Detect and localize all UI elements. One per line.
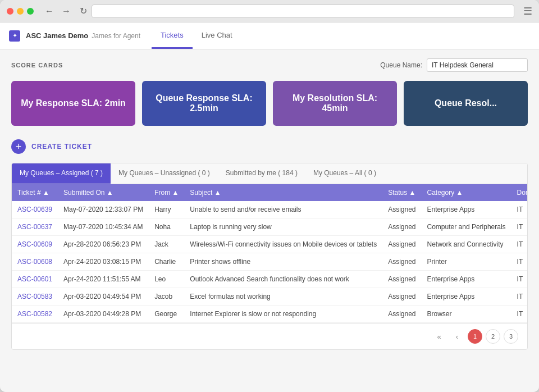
cell-category-2: Network and Connectivity (422, 236, 511, 253)
table-row: ASC-00601 Apr-24-2020 11:51:55 AM Leo Ou… (12, 271, 528, 288)
cell-submitted-1: May-07-2020 10:45:34 AM (58, 218, 149, 236)
cell-subject-2: Wireless/Wi-Fi connectivity issues on Mo… (184, 236, 382, 253)
title-bar: ← → ↻ ☰ (0, 0, 539, 22)
cell-from-2: Jack (149, 236, 184, 253)
score-card-1: Queue Response SLA: 2.5min (142, 81, 266, 126)
cell-from-1: Noha (149, 218, 184, 236)
forward-button[interactable]: → (60, 5, 73, 17)
table-body: ASC-00639 May-07-2020 12:33:07 PM Harry … (12, 201, 528, 323)
pagination: « ‹ 1 2 3 (12, 323, 527, 349)
cell-ticket-5[interactable]: ASC-00583 (12, 288, 58, 306)
cell-subject-1: Laptop is running very slow (184, 218, 382, 236)
cell-category-0: Enterprise Apps (422, 201, 511, 218)
table-tab-all[interactable]: My Queues – All ( 0 ) (305, 163, 384, 184)
cell-submitted-4: Apr-24-2020 11:51:55 AM (58, 271, 149, 288)
cell-ticket-4[interactable]: ASC-00601 (12, 271, 58, 288)
cell-category-5: Enterprise Apps (422, 288, 511, 306)
cell-ticket-6[interactable]: ASC-00582 (12, 306, 58, 323)
pagination-prev[interactable]: ‹ (450, 329, 464, 344)
traffic-lights (7, 8, 34, 15)
main-content: SCORE CARDS Queue Name: My Response SLA:… (0, 49, 539, 392)
cell-ticket-0[interactable]: ASC-00639 (12, 201, 58, 218)
table-header-row: Ticket # ▲ Submitted On ▲ From ▲ Subject… (12, 184, 528, 201)
col-status[interactable]: Status ▲ (382, 184, 421, 201)
cell-from-5: Jacob (149, 288, 184, 306)
score-card-0: My Response SLA: 2min (11, 81, 135, 126)
ticket-link-1[interactable]: ASC-00637 (17, 223, 52, 231)
cell-ticket-3[interactable]: ASC-00608 (12, 253, 58, 271)
cell-domain-3: IT (511, 253, 528, 271)
address-bar[interactable] (92, 4, 514, 18)
cell-domain-4: IT (511, 271, 528, 288)
ticket-link-5[interactable]: ASC-00583 (17, 293, 52, 300)
table-tab-assigned[interactable]: My Queues – Assigned ( 7 ) (12, 163, 111, 184)
table-row: ASC-00637 May-07-2020 10:45:34 AM Noha L… (12, 218, 528, 236)
queue-name-label: Queue Name: (380, 61, 422, 69)
cell-domain-2: IT (511, 236, 528, 253)
tab-livechat[interactable]: Live Chat (193, 22, 241, 49)
table-row: ASC-00639 May-07-2020 12:33:07 PM Harry … (12, 201, 528, 218)
cell-status-1: Assigned (382, 218, 421, 236)
table-tab-unassigned[interactable]: My Queues – Unassigned ( 0 ) (111, 163, 218, 184)
tab-tickets[interactable]: Tickets (152, 22, 193, 49)
queue-name-input[interactable] (427, 58, 528, 72)
table-tab-submitted[interactable]: Submitted by me ( 184 ) (218, 163, 305, 184)
table-row: ASC-00583 Apr-03-2020 04:49:54 PM Jacob … (12, 288, 528, 306)
cell-status-4: Assigned (382, 271, 421, 288)
pagination-page-3[interactable]: 3 (504, 329, 518, 344)
col-subject[interactable]: Subject ▲ (184, 184, 382, 201)
ticket-link-0[interactable]: ASC-00639 (17, 206, 52, 213)
close-button[interactable] (7, 8, 13, 15)
table-row: ASC-00608 Apr-24-2020 03:08:15 PM Charli… (12, 253, 528, 271)
back-button[interactable]: ← (43, 5, 56, 17)
cell-category-6: Browser (422, 306, 511, 323)
cell-subject-0: Unable to send and/or receive emails (184, 201, 382, 218)
pagination-page-2[interactable]: 2 (486, 329, 500, 344)
cell-submitted-3: Apr-24-2020 03:08:15 PM (58, 253, 149, 271)
cell-from-3: Charlie (149, 253, 184, 271)
nav-subtitle: James for Agent (92, 32, 140, 40)
table-row: ASC-00609 Apr-28-2020 06:56:23 PM Jack W… (12, 236, 528, 253)
table-tabs: My Queues – Assigned ( 7 ) My Queues – U… (12, 163, 527, 184)
cell-status-6: Assigned (382, 306, 421, 323)
minimize-button[interactable] (17, 8, 24, 15)
cell-status-2: Assigned (382, 236, 421, 253)
cell-ticket-2[interactable]: ASC-00609 (12, 236, 58, 253)
cell-category-1: Computer and Peripherals (422, 218, 511, 236)
ticket-table-container: My Queues – Assigned ( 7 ) My Queues – U… (11, 163, 528, 350)
pagination-page-1[interactable]: 1 (468, 329, 482, 344)
refresh-button[interactable]: ↻ (80, 6, 87, 16)
col-domain[interactable]: Domain ▲ (511, 184, 528, 201)
score-card-3: Queue Resol... (404, 81, 528, 126)
cell-subject-3: Printer shows offline (184, 253, 382, 271)
cell-from-4: Leo (149, 271, 184, 288)
cell-status-5: Assigned (382, 288, 421, 306)
create-ticket-label: CREATE TICKET (31, 143, 92, 151)
cell-submitted-0: May-07-2020 12:33:07 PM (58, 201, 149, 218)
col-ticket[interactable]: Ticket # ▲ (12, 184, 58, 201)
app-icon: ✦ (9, 30, 20, 42)
col-from[interactable]: From ▲ (149, 184, 184, 201)
maximize-button[interactable] (27, 8, 34, 15)
pagination-first[interactable]: « (432, 329, 446, 344)
cell-domain-6: IT (511, 306, 528, 323)
menu-icon[interactable]: ☰ (523, 5, 532, 17)
ticket-link-6[interactable]: ASC-00582 (17, 310, 52, 318)
cell-ticket-1[interactable]: ASC-00637 (12, 218, 58, 236)
ticket-link-4[interactable]: ASC-00601 (17, 275, 52, 283)
queue-name-row: Queue Name: (380, 58, 528, 72)
cell-subject-5: Excel formulas not working (184, 288, 382, 306)
create-ticket-button[interactable]: + (11, 139, 26, 154)
score-cards-header: SCORE CARDS Queue Name: (11, 58, 528, 72)
top-nav: ✦ ASC James Demo James for Agent Tickets… (0, 22, 539, 49)
cell-submitted-6: Apr-03-2020 04:49:28 PM (58, 306, 149, 323)
ticket-link-3[interactable]: ASC-00608 (17, 258, 52, 266)
cell-category-3: Printer (422, 253, 511, 271)
ticket-link-2[interactable]: ASC-00609 (17, 240, 52, 248)
cell-submitted-5: Apr-03-2020 04:49:54 PM (58, 288, 149, 306)
app-window: ← → ↻ ☰ ✦ ASC James Demo James for Agent… (0, 0, 539, 392)
create-ticket-row: + CREATE TICKET (11, 139, 528, 154)
col-submitted[interactable]: Submitted On ▲ (58, 184, 149, 201)
cell-status-3: Assigned (382, 253, 421, 271)
col-category[interactable]: Category ▲ (422, 184, 511, 201)
